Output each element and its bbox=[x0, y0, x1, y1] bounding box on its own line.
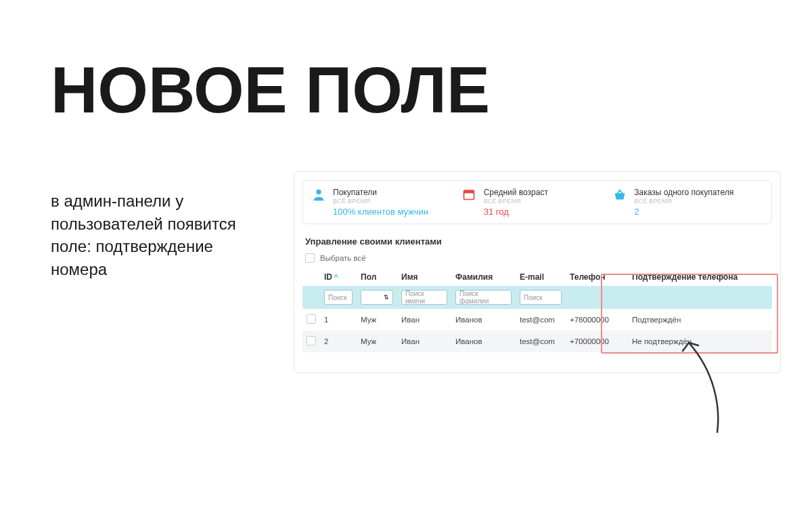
cell-gender: Муж bbox=[357, 331, 397, 352]
table-header-row: ID Пол Имя Фамилия E-mail Телефон Подтве… bbox=[302, 268, 772, 286]
admin-panel-card: Покупатели ВСЁ ВРЕМЯ 100% клиентов мужчи… bbox=[294, 171, 781, 373]
cell-phone: +70000000 bbox=[566, 331, 628, 352]
cell-first: Иван bbox=[397, 331, 451, 352]
stat-value: 100% клиентов мужчин bbox=[333, 207, 428, 217]
stat-title: Заказы одного покупателя bbox=[634, 188, 734, 197]
filter-email[interactable]: Поиск bbox=[520, 290, 562, 305]
stat-title: Покупатели bbox=[333, 188, 428, 197]
person-icon bbox=[311, 188, 326, 203]
filter-first[interactable]: Поиск имени bbox=[401, 290, 447, 305]
stat-sub: ВСЁ ВРЕМЯ bbox=[634, 198, 734, 205]
cell-phone: +78000000 bbox=[566, 309, 628, 331]
chevron-updown-icon: ⇅ bbox=[384, 294, 389, 301]
cell-email: test@com bbox=[516, 331, 566, 352]
stat-sub: ВСЁ ВРЕМЯ bbox=[484, 198, 548, 205]
select-all-label: Выбрать всё bbox=[320, 254, 366, 262]
clients-table: ID Пол Имя Фамилия E-mail Телефон Подтве… bbox=[302, 268, 772, 352]
headline: НОВОЕ ПОЛЕ bbox=[51, 58, 490, 123]
col-id[interactable]: ID bbox=[320, 268, 357, 286]
stat-title: Средний возраст bbox=[484, 188, 548, 197]
basket-icon bbox=[612, 188, 627, 203]
stat-value: 2 bbox=[634, 207, 734, 217]
cell-id: 1 bbox=[320, 309, 357, 331]
cell-email: test@com bbox=[516, 309, 566, 331]
filter-id[interactable]: Поиск bbox=[324, 290, 353, 305]
col-last[interactable]: Фамилия bbox=[451, 268, 516, 286]
table-row[interactable]: 2 Муж Иван Иванов test@com +70000000 Не … bbox=[302, 331, 772, 352]
svg-rect-2 bbox=[464, 190, 474, 193]
cell-gender: Муж bbox=[357, 309, 397, 331]
row-checkbox[interactable] bbox=[307, 336, 316, 345]
cell-confirm: Подтверждён bbox=[628, 309, 772, 331]
cell-last: Иванов bbox=[451, 309, 516, 331]
stat-buyers: Покупатели ВСЁ ВРЕМЯ 100% клиентов мужчи… bbox=[311, 188, 462, 217]
calendar-icon bbox=[462, 188, 477, 203]
cell-first: Иван bbox=[397, 309, 451, 331]
filter-row: Поиск ⇅ Поиск имени Поиск фамилии Поиск bbox=[302, 286, 772, 309]
stat-value: 31 год bbox=[484, 207, 548, 217]
col-first[interactable]: Имя bbox=[397, 268, 451, 286]
col-confirm[interactable]: Подтверждение телефона bbox=[628, 268, 772, 286]
cell-confirm: Не подтверждён bbox=[628, 331, 772, 352]
stat-orders: Заказы одного покупателя ВСЁ ВРЕМЯ 2 bbox=[612, 188, 763, 217]
cell-last: Иванов bbox=[451, 331, 516, 352]
col-email[interactable]: E-mail bbox=[516, 268, 566, 286]
filter-gender[interactable]: ⇅ bbox=[361, 290, 393, 305]
col-phone[interactable]: Телефон bbox=[566, 268, 628, 286]
row-checkbox[interactable] bbox=[307, 314, 316, 324]
table-row[interactable]: 1 Муж Иван Иванов test@com +78000000 Под… bbox=[302, 309, 772, 331]
section-title: Управление своими клиентами bbox=[305, 236, 772, 247]
cell-id: 2 bbox=[320, 331, 357, 352]
col-gender[interactable]: Пол bbox=[357, 268, 397, 286]
subheadline: в админ-панели у пользователей появится … bbox=[51, 190, 267, 280]
stat-sub: ВСЁ ВРЕМЯ bbox=[333, 198, 428, 205]
select-all-row: Выбрать всё bbox=[302, 253, 772, 268]
stats-bar: Покупатели ВСЁ ВРЕМЯ 100% клиентов мужчи… bbox=[302, 180, 772, 224]
stat-age: Средний возраст ВСЁ ВРЕМЯ 31 год bbox=[462, 188, 613, 217]
select-all-checkbox[interactable] bbox=[305, 253, 315, 263]
svg-point-0 bbox=[316, 190, 321, 194]
filter-last[interactable]: Поиск фамилии bbox=[455, 290, 512, 305]
